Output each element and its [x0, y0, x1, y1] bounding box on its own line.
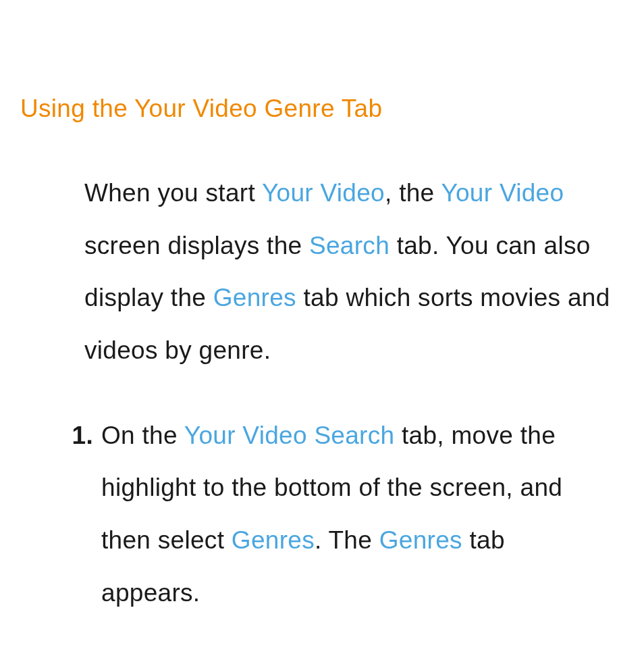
intro-highlight-genres: Genres	[213, 284, 296, 311]
step1-highlight-genres-1: Genres	[232, 526, 315, 554]
intro-highlight-your-video-1: Your Video	[262, 179, 385, 207]
step-1-text: On the Your Video Search tab, move the h…	[101, 409, 610, 619]
intro-text-2: , the	[385, 179, 441, 207]
step1-text-1: On the	[101, 422, 184, 449]
step1-text-3: . The	[315, 526, 379, 554]
intro-text-1: When you start	[84, 179, 262, 207]
step-1-row: 1. On the Your Video Search tab, move th…	[64, 409, 610, 619]
intro-highlight-search: Search	[309, 232, 390, 259]
intro-text-3: screen displays the	[84, 232, 309, 259]
step1-highlight-your-video-search: Your Video Search	[184, 422, 395, 449]
intro-highlight-your-video-2: Your Video	[441, 179, 564, 207]
step-1-number: 1.	[64, 409, 101, 619]
intro-paragraph: When you start Your Video, the Your Vide…	[84, 167, 610, 377]
section-heading: Using the Your Video Genre Tab	[20, 95, 624, 123]
step1-highlight-genres-2: Genres	[379, 526, 462, 554]
